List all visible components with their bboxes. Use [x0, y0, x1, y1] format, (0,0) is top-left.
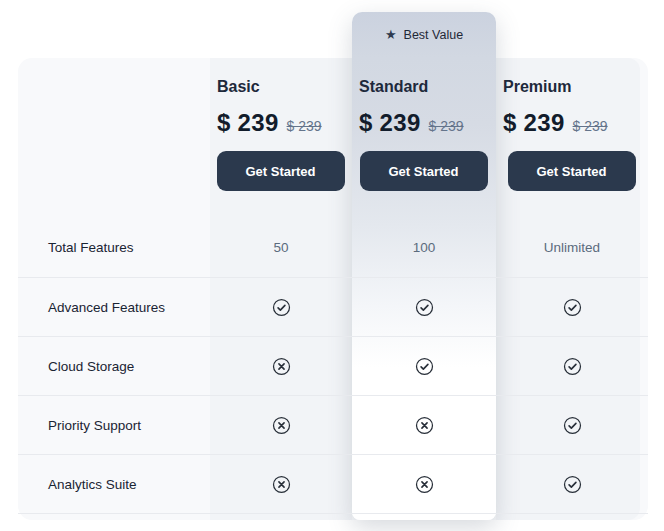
price-line: $ 239 $ 239 [503, 109, 608, 137]
check-circle-icon [563, 475, 582, 494]
cross-circle-icon [272, 357, 291, 376]
header-spacer [18, 58, 210, 218]
current-price: $ 239 [359, 109, 421, 137]
feature-label: Advanced Features [18, 278, 210, 336]
plan-name: Basic [217, 77, 260, 96]
check-circle-icon [415, 298, 434, 317]
feature-row-priority-support: Priority Support [18, 396, 648, 455]
feature-value: 100 [413, 240, 436, 255]
old-price: $ 239 [287, 118, 322, 134]
plans-header-row: Basic $ 239 $ 239 Get Started Standard $… [18, 58, 648, 218]
price-line: $ 239 $ 239 [217, 109, 322, 137]
feature-label: Total Features [18, 218, 210, 277]
old-price: $ 239 [573, 118, 608, 134]
pricing-page: ★ Best Value Basic $ 239 $ 239 Get Start… [0, 0, 664, 531]
plan-header-standard: Standard $ 239 $ 239 Get Started [352, 58, 496, 218]
feature-label: Analytics Suite [18, 455, 210, 513]
plan-header-premium: Premium $ 239 $ 239 Get Started [496, 58, 648, 218]
feature-row-advanced-features: Advanced Features [18, 278, 648, 337]
cross-circle-icon [272, 416, 291, 435]
current-price: $ 239 [503, 109, 565, 137]
best-value-label: Best Value [404, 28, 464, 42]
cross-circle-icon [415, 475, 434, 494]
plan-header-basic: Basic $ 239 $ 239 Get Started [210, 58, 352, 218]
feature-row-cloud-storage: Cloud Storage [18, 337, 648, 396]
price-line: $ 239 $ 239 [359, 109, 464, 137]
check-circle-icon [272, 298, 291, 317]
feature-value: 50 [273, 240, 288, 255]
feature-value: Unlimited [544, 240, 600, 255]
check-circle-icon [563, 416, 582, 435]
current-price: $ 239 [217, 109, 279, 137]
feature-label: Priority Support [18, 396, 210, 454]
check-circle-icon [563, 298, 582, 317]
check-circle-icon [415, 357, 434, 376]
get-started-button-premium[interactable]: Get Started [508, 151, 636, 191]
pricing-grid: Basic $ 239 $ 239 Get Started Standard $… [18, 58, 648, 514]
cross-circle-icon [415, 416, 434, 435]
old-price: $ 239 [429, 118, 464, 134]
get-started-button-basic[interactable]: Get Started [217, 151, 345, 191]
get-started-button-standard[interactable]: Get Started [360, 151, 488, 191]
best-value-badge: ★ Best Value [352, 12, 496, 58]
cross-circle-icon [272, 475, 291, 494]
feature-label: Cloud Storage [18, 337, 210, 395]
plan-name: Standard [359, 77, 428, 96]
plan-name: Premium [503, 77, 571, 96]
check-circle-icon [563, 357, 582, 376]
feature-row-total-features: Total Features 50 100 Unlimited [18, 218, 648, 278]
star-icon: ★ [385, 28, 397, 41]
feature-row-analytics-suite: Analytics Suite [18, 455, 648, 514]
